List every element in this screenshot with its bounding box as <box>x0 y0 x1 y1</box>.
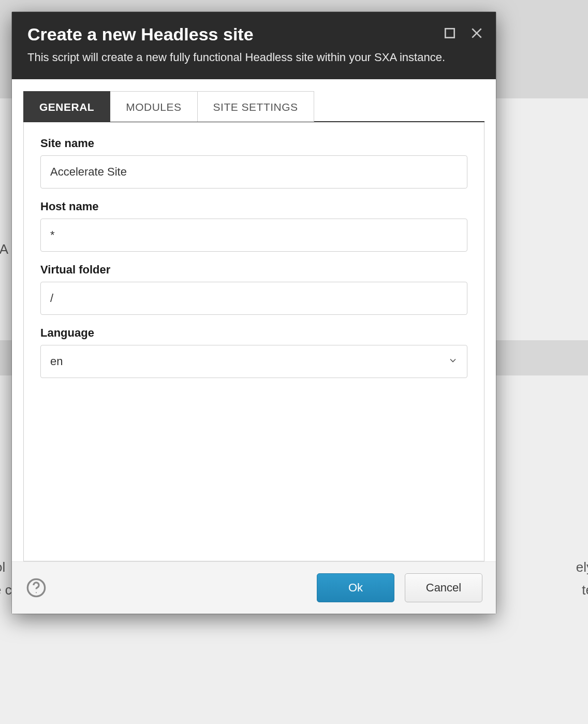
tabs: GENERAL MODULES SITE SETTINGS <box>23 91 484 122</box>
bg-text-fragment: te <box>582 582 588 598</box>
field-language: Language en <box>40 326 467 378</box>
host-name-label: Host name <box>40 200 467 213</box>
field-virtual-folder: Virtual folder <box>40 263 467 315</box>
dialog-header: Create a new Headless site This script w… <box>12 12 496 79</box>
virtual-folder-input[interactable] <box>40 282 467 315</box>
svg-rect-0 <box>445 28 454 37</box>
field-site-name: Site name <box>40 137 467 189</box>
close-icon[interactable] <box>469 25 484 41</box>
tab-general[interactable]: GENERAL <box>23 91 110 122</box>
language-select-wrap: en <box>40 345 467 378</box>
site-name-label: Site name <box>40 137 467 150</box>
bg-text-fragment: -A <box>0 241 8 257</box>
window-controls <box>442 25 484 41</box>
dialog-footer: Ok Cancel <box>12 561 496 614</box>
dialog-body: GENERAL MODULES SITE SETTINGS Site name … <box>12 79 496 561</box>
cancel-button[interactable]: Cancel <box>405 573 482 602</box>
language-select[interactable]: en <box>40 345 467 378</box>
bg-text-fragment: e c <box>0 582 12 598</box>
field-host-name: Host name <box>40 200 467 252</box>
host-name-input[interactable] <box>40 219 467 252</box>
bg-text-fragment: ol <box>0 559 5 575</box>
tab-site-settings[interactable]: SITE SETTINGS <box>198 91 314 122</box>
bg-text-fragment: ely <box>576 559 588 575</box>
tab-modules[interactable]: MODULES <box>110 91 197 122</box>
svg-point-4 <box>36 592 37 593</box>
tab-panel-general: Site name Host name Virtual folder Langu… <box>23 122 484 561</box>
dialog-title: Create a new Headless site <box>27 24 429 45</box>
language-label: Language <box>40 326 467 340</box>
site-name-input[interactable] <box>40 155 467 189</box>
ok-button[interactable]: Ok <box>317 573 394 602</box>
virtual-folder-label: Virtual folder <box>40 263 467 277</box>
create-headless-site-dialog: Create a new Headless site This script w… <box>12 12 496 614</box>
maximize-icon[interactable] <box>442 25 458 41</box>
help-icon[interactable] <box>25 577 47 599</box>
dialog-subtitle: This script will create a new fully func… <box>27 50 465 66</box>
